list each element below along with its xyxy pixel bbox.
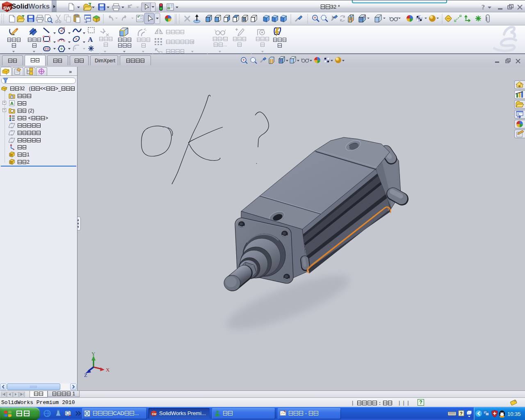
svg-text:SW: SW xyxy=(152,413,157,415)
svg-text:?: ? xyxy=(460,411,463,416)
svg-text:A: A xyxy=(10,101,14,106)
svg-text:?: ? xyxy=(482,4,485,11)
svg-text:SW: SW xyxy=(3,6,11,11)
svg-text:X: X xyxy=(106,367,110,373)
svg-text:A: A xyxy=(88,36,93,43)
svg-text:Z: Z xyxy=(84,372,87,377)
